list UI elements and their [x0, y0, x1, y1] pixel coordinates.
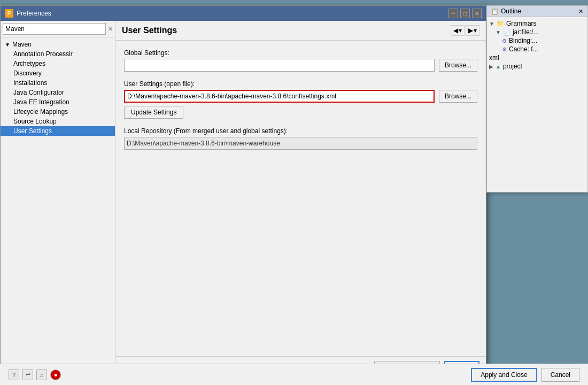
file-icon: 📄	[503, 29, 510, 36]
home-icon[interactable]: ⌂	[36, 369, 47, 380]
sidebar-item-label: Lifecycle Mappings	[13, 108, 68, 116]
outline-item-label: xml	[489, 54, 499, 61]
outline-item-label: project	[503, 63, 522, 70]
outline-item-grammars[interactable]: ▼ 📁 Grammars	[489, 19, 585, 28]
bottom-left: ? ↩ ⌂ ●	[9, 369, 61, 380]
outline-body: ▼ 📁 Grammars ▼ 📄 jar:file:/... ⚙ Binding…	[487, 17, 587, 73]
outline-panel: 📋 Outline ✕ ▼ 📁 Grammars ▼ 📄 jar:file:/.…	[486, 5, 588, 192]
bottom-right: Apply and Close Cancel	[471, 368, 579, 382]
cancel-button[interactable]: Cancel	[541, 368, 579, 382]
sidebar-item-label: Source Lookup	[13, 118, 57, 125]
global-settings-row: Browse...	[124, 59, 477, 72]
outline-item-label: Grammars	[506, 20, 537, 27]
sidebar-search-area: ✕	[1, 21, 115, 37]
sidebar-search-input[interactable]	[3, 23, 106, 35]
user-settings-label: User Settings (open file):	[124, 80, 477, 88]
back-button[interactable]: ◀ ▾	[451, 25, 465, 36]
sidebar-item-label: Java Configurator	[13, 89, 64, 96]
content-body: Global Settings: Browse... User Settings…	[115, 41, 486, 356]
bottom-icons: ? ↩ ⌂ ●	[9, 369, 61, 380]
local-repo-label: Local Repository (From merged user and g…	[124, 127, 477, 135]
user-settings-section: User Settings (open file): Browse... Upd…	[124, 80, 477, 119]
dialog-body: ✕ ▼ Maven Annotation Processir Archetype…	[1, 21, 486, 379]
forward-button[interactable]: ▶ ▾	[466, 25, 479, 36]
page-title: User Settings	[122, 26, 177, 35]
dialog-titlebar: P Preferences ─ □ ✕	[1, 6, 486, 21]
maximize-button[interactable]: □	[460, 9, 470, 18]
sidebar-item-maven[interactable]: ▼ Maven	[1, 40, 115, 49]
sidebar-item-label: Maven	[12, 41, 32, 48]
close-button[interactable]: ✕	[472, 9, 482, 18]
chevron-icon: ▼	[496, 29, 501, 35]
outline-item-label: jar:file:/...	[513, 28, 539, 36]
outline-item-jar[interactable]: ▼ 📄 jar:file:/...	[496, 28, 585, 36]
chevron-right-icon: ▶	[489, 64, 493, 70]
sidebar-item-lifecycle-mappings[interactable]: Lifecycle Mappings	[1, 107, 115, 117]
titlebar-buttons: ─ □ ✕	[448, 9, 482, 18]
local-repo-input	[124, 137, 477, 150]
sidebar-item-user-settings[interactable]: User Settings	[1, 126, 115, 136]
main-content: User Settings ◀ ▾ ▶ ▾ Global Settings:	[115, 21, 486, 379]
user-settings-row: Browse...	[124, 90, 477, 103]
gear-icon: ⚙	[502, 38, 507, 44]
content-header: User Settings ◀ ▾ ▶ ▾	[115, 21, 486, 41]
local-repo-section: Local Repository (From merged user and g…	[124, 127, 477, 150]
outline-close-icon[interactable]: ✕	[578, 8, 583, 15]
global-browse-button[interactable]: Browse...	[439, 59, 477, 72]
record-icon[interactable]: ●	[50, 369, 61, 380]
user-settings-input[interactable]	[124, 90, 435, 103]
sidebar-item-archetypes[interactable]: Archetypes	[1, 59, 115, 68]
nav-buttons: ◀ ▾ ▶ ▾	[451, 25, 479, 36]
sidebar-search-clear[interactable]: ✕	[108, 26, 113, 33]
sidebar-item-label: Archetypes	[13, 60, 45, 67]
global-settings-input[interactable]	[124, 59, 435, 72]
outline-item-label: Cache: f...	[509, 45, 538, 53]
dropdown-icon: ▾	[459, 27, 462, 34]
minimize-button[interactable]: ─	[448, 9, 458, 18]
apply-close-button[interactable]: Apply and Close	[471, 368, 537, 382]
chevron-down-icon: ▼	[5, 42, 10, 48]
help-icon[interactable]: ?	[9, 369, 19, 380]
sidebar-item-source-lookup[interactable]: Source Lookup	[1, 117, 115, 126]
sidebar-item-discovery[interactable]: Discovery	[1, 68, 115, 78]
back-icon[interactable]: ↩	[22, 369, 33, 380]
arrow-icon: ▲	[496, 64, 501, 70]
global-settings-section: Global Settings: Browse...	[124, 49, 477, 72]
gear-icon: ⚙	[502, 47, 507, 52]
folder-icon: 📁	[497, 20, 504, 27]
local-repo-row	[124, 137, 477, 150]
outline-item-xml[interactable]: xml	[489, 53, 585, 62]
sidebar-item-label: User Settings	[13, 127, 52, 135]
chevron-icon: ▼	[489, 21, 494, 27]
sidebar-item-java-configurator[interactable]: Java Configurator	[1, 88, 115, 97]
sidebar-item-label: Java EE Integration	[13, 98, 69, 106]
preferences-dialog: P Preferences ─ □ ✕ ✕ ▼ Maven	[0, 5, 486, 380]
sidebar-item-label: Annotation Processir	[13, 50, 73, 58]
outline-icon: 📋	[491, 8, 499, 15]
dropdown-icon2: ▾	[474, 27, 477, 34]
user-browse-button[interactable]: Browse...	[439, 90, 477, 103]
sidebar-tree: ▼ Maven Annotation Processir Archetypes …	[1, 37, 115, 379]
bottom-bar: ? ↩ ⌂ ● Apply and Close Cancel	[0, 364, 588, 385]
sidebar: ✕ ▼ Maven Annotation Processir Archetype…	[1, 21, 115, 379]
dialog-title: Preferences	[17, 10, 51, 17]
sidebar-item-annotation[interactable]: Annotation Processir	[1, 49, 115, 59]
preferences-icon: P	[5, 9, 13, 18]
dialog-title-left: P Preferences	[5, 9, 51, 18]
back-icon: ◀	[453, 27, 458, 34]
outline-title-row: 📋 Outline	[491, 7, 521, 15]
update-settings-button[interactable]: Update Settings	[124, 106, 183, 119]
sidebar-item-installations[interactable]: Installations	[1, 78, 115, 88]
forward-icon: ▶	[468, 27, 473, 34]
sidebar-item-java-ee-integration[interactable]: Java EE Integration	[1, 97, 115, 107]
outline-item-cache[interactable]: ⚙ Cache: f...	[502, 45, 585, 53]
global-settings-label: Global Settings:	[124, 49, 477, 57]
outline-item-label: Binding:...	[509, 37, 537, 44]
sidebar-item-label: Discovery	[13, 70, 42, 77]
outline-item-binding[interactable]: ⚙ Binding:...	[502, 36, 585, 45]
outline-title: Outline	[501, 7, 521, 15]
sidebar-item-label: Installations	[13, 79, 47, 87]
outline-item-project[interactable]: ▶ ▲ project	[489, 62, 585, 71]
outline-header: 📋 Outline ✕	[487, 6, 587, 17]
